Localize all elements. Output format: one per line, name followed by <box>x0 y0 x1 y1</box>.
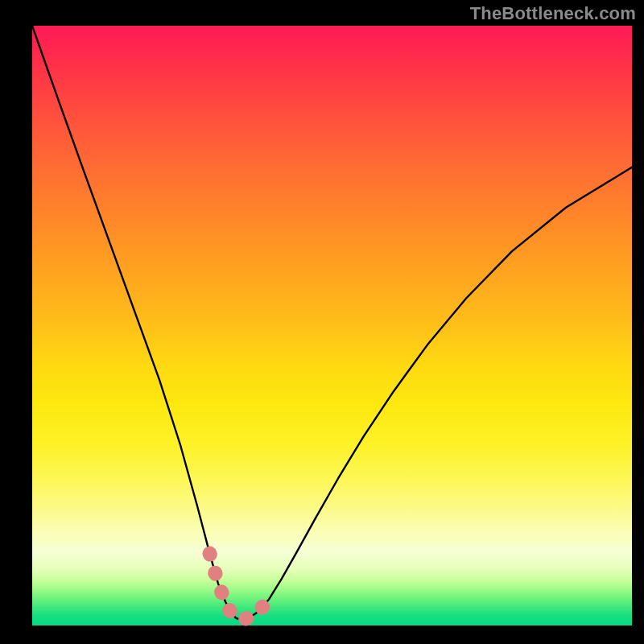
watermark-text: TheBottleneck.com <box>470 3 636 24</box>
bottleneck-curve <box>32 26 632 620</box>
chart-frame: TheBottleneck.com <box>0 0 644 644</box>
plot-area <box>32 26 632 625</box>
highlight-band <box>210 554 270 620</box>
chart-svg <box>32 26 632 625</box>
